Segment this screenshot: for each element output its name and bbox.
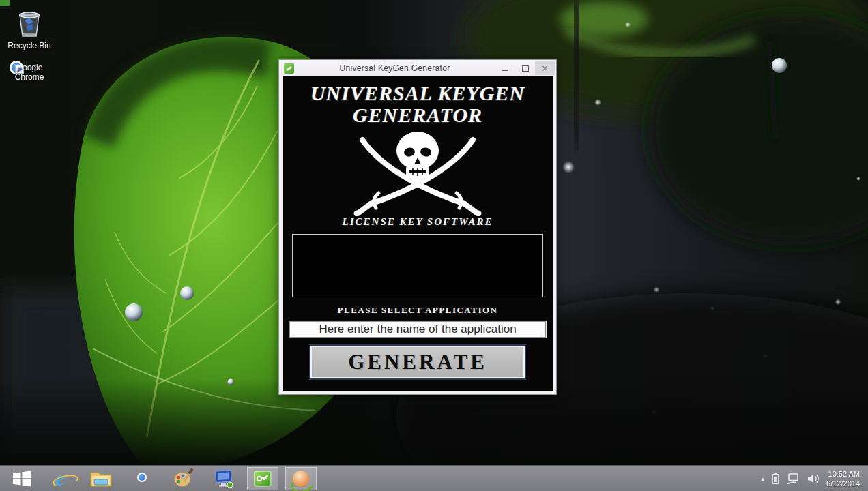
results-listbox[interactable] [292,234,543,297]
keygen-app-icon [254,471,272,487]
taskbar-computer[interactable] [210,466,237,491]
taskbar-open-downloader-app[interactable] [285,467,317,490]
desktop-icon-recycle-bin[interactable]: Recycle Bin [0,8,59,50]
taskbar-open-keygen-app[interactable] [247,467,278,490]
taskbar-paint[interactable] [169,466,197,491]
paint-icon [173,468,193,489]
clock-time: 10:52 AM [826,469,860,479]
chrome-icon [132,467,152,488]
skull-and-crossed-swords-icon [347,128,488,216]
application-name-input[interactable] [289,321,546,338]
keygen-heading: UNIVERSAL KEYGEN GENERATOR [283,83,553,126]
heading-line2: GENERATOR [283,104,553,126]
taskbar-internet-explorer[interactable]: e [46,466,74,491]
tagline: LICENSE KEY SOFTWARE [283,216,553,228]
window-title: Universal KeyGen Generator [294,63,495,73]
file-explorer-icon [90,470,112,488]
taskbar-file-explorer[interactable] [87,466,115,491]
keygen-app-icon [284,63,294,74]
close-icon: ✕ [541,63,549,74]
clock-date: 6/12/2014 [826,479,860,488]
maximize-button[interactable] [515,61,535,75]
volume-icon[interactable] [807,473,819,484]
video-artifact [0,0,10,6]
system-tray: ▴ 10:52 AM 6/12/2014 [762,469,868,488]
battery-icon[interactable] [772,473,779,484]
recycle-bin-label: Recycle Bin [8,41,50,50]
recycle-bin-icon [14,8,44,38]
titlebar[interactable]: Universal KeyGen Generator ✕ [279,60,556,76]
internet-explorer-icon: e [55,468,65,489]
taskbar-google-chrome[interactable] [128,466,156,491]
show-hidden-icons-chevron[interactable]: ▴ [762,475,765,482]
maximize-icon [522,65,529,72]
network-icon[interactable] [787,473,800,484]
taskbar: e [0,465,868,491]
select-application-label: PLEASE SELECT APPLICATION [283,305,553,316]
desktop-icon-google-chrome[interactable]: ↗ Google Chrome [0,63,59,82]
downloader-app-icon [293,471,309,487]
computer-icon [214,469,234,488]
keygen-client-area: UNIVERSAL KEYGEN GENERATOR [283,76,553,391]
minimize-icon [502,70,508,71]
close-button[interactable]: ✕ [535,61,555,75]
desktop: Recycle Bin ↗ Google Chrome Universal Ke… [0,0,868,491]
clock[interactable]: 10:52 AM 6/12/2014 [826,469,860,488]
shortcut-arrow-icon: ↗ [15,65,24,74]
minimize-button[interactable] [495,61,515,75]
start-button[interactable] [8,466,35,491]
windows-start-icon [13,471,31,487]
generate-button[interactable]: GENERATE [310,346,525,378]
heading-line1: UNIVERSAL KEYGEN [283,83,553,104]
keygen-window: Universal KeyGen Generator ✕ UNIVERSAL K… [278,59,557,395]
